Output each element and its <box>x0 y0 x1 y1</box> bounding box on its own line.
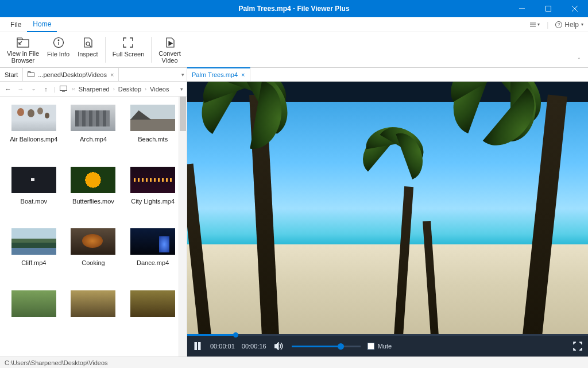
volume-slider[interactable] <box>292 346 361 347</box>
maximize-button[interactable] <box>535 0 562 17</box>
close-icon[interactable]: × <box>110 71 114 78</box>
up-button[interactable]: ↑ <box>41 85 51 94</box>
file-item[interactable]: Butterflies.mov <box>65 167 122 225</box>
file-name: Dance.mp4 <box>137 259 169 275</box>
ribbon-separator <box>105 37 106 63</box>
file-name: Air Balloons.mp4 <box>10 136 57 152</box>
thumbnail <box>11 290 56 317</box>
thumbnail <box>71 290 115 317</box>
inspect-button[interactable]: Inspect <box>74 34 101 65</box>
file-name: Beach.mts <box>138 136 168 152</box>
thumbnail <box>11 167 56 193</box>
file-name: Boat.mov <box>21 198 47 214</box>
file-item[interactable]: Arch.mp4 <box>65 105 122 163</box>
file-info-button[interactable]: File Info <box>44 34 73 65</box>
ribbon-separator <box>151 37 152 63</box>
thumbnail <box>11 228 56 255</box>
file-item[interactable] <box>65 290 122 349</box>
folder-icon <box>17 36 29 49</box>
scrollbar[interactable] <box>179 97 187 356</box>
file-name: City Lights.mp4 <box>131 198 175 214</box>
svg-marker-20 <box>274 342 278 350</box>
file-name: Cliff.mp4 <box>21 259 46 275</box>
dropdown-icon[interactable]: ▾ <box>180 86 183 92</box>
tab-browser[interactable]: ...pened\Desktop\Videos × <box>23 68 119 81</box>
info-icon <box>53 36 64 49</box>
svg-rect-15 <box>28 72 34 76</box>
inspect-icon <box>82 36 94 49</box>
thumbnail <box>71 105 115 131</box>
forward-button[interactable]: → <box>16 85 25 94</box>
video-viewer: 00:00:01 00:00:16 Mute <box>187 82 588 356</box>
close-icon[interactable]: × <box>241 71 245 78</box>
titlebar: Palm Trees.mp4 - File Viewer Plus <box>0 0 588 17</box>
convert-icon <box>164 36 176 49</box>
window-controls <box>509 0 588 17</box>
file-browser: ← → ⌄ ↑ | ‹‹ Sharpened › Desktop › Video… <box>0 82 187 356</box>
tab-video[interactable]: Palm Trees.mp4 × <box>187 67 250 81</box>
thumbnail <box>130 167 175 193</box>
settings-icon[interactable]: ▾ <box>529 21 540 28</box>
tab-dropdown-icon[interactable]: ▾ <box>181 72 184 78</box>
thumbnail <box>71 228 115 255</box>
dropdown-icon[interactable]: ⌄ <box>29 85 38 94</box>
svg-line-8 <box>19 41 22 44</box>
checkbox-icon <box>368 343 374 350</box>
volume-icon[interactable] <box>273 340 285 352</box>
close-button[interactable] <box>562 0 588 17</box>
thumbnail <box>130 228 175 255</box>
menu-file[interactable]: File <box>5 17 27 32</box>
player-controls: 00:00:01 00:00:16 Mute <box>187 336 588 356</box>
file-name: Butterflies.mov <box>72 198 114 214</box>
crumb-videos[interactable]: Videos <box>150 86 169 93</box>
menu-home[interactable]: Home <box>27 17 57 32</box>
menu-help[interactable]: ? Help ▾ <box>555 21 583 29</box>
file-item[interactable]: Beach.mts <box>125 105 181 163</box>
elapsed-time: 00:00:01 <box>210 343 235 350</box>
file-item[interactable]: Cliff.mp4 <box>6 228 62 287</box>
pause-button[interactable] <box>192 340 203 352</box>
file-name: Arch.mp4 <box>80 136 107 152</box>
fullscreen-icon <box>122 36 134 49</box>
player-fullscreen-button[interactable] <box>572 340 583 352</box>
progress-bar[interactable] <box>187 334 588 336</box>
svg-point-11 <box>58 40 59 41</box>
file-item[interactable]: Dance.mp4 <box>125 228 181 287</box>
file-item[interactable] <box>6 290 62 349</box>
total-time: 00:00:16 <box>242 343 266 350</box>
thumbnail <box>130 290 175 317</box>
file-item[interactable] <box>125 290 181 349</box>
status-bar: C:\Users\Sharpened\Desktop\Videos <box>0 356 588 368</box>
crumb-desktop[interactable]: Desktop <box>118 86 141 93</box>
tab-start[interactable]: Start <box>0 68 23 81</box>
svg-rect-16 <box>60 86 67 91</box>
file-item[interactable]: Boat.mov <box>6 167 62 225</box>
minimize-button[interactable] <box>509 0 535 17</box>
svg-rect-19 <box>199 342 201 350</box>
convert-video-button[interactable]: Convert Video <box>155 34 184 65</box>
main-area: ← → ⌄ ↑ | ‹‹ Sharpened › Desktop › Video… <box>0 82 588 356</box>
thumbnail <box>11 105 56 131</box>
window-title: Palm Trees.mp4 - File Viewer Plus <box>238 5 349 13</box>
file-item[interactable]: Air Balloons.mp4 <box>6 105 62 163</box>
file-grid: Air Balloons.mp4Arch.mp4Beach.mtsBoat.mo… <box>0 97 187 356</box>
svg-rect-1 <box>546 6 551 12</box>
ribbon-collapse-icon[interactable]: ˆ <box>578 57 585 65</box>
back-button[interactable]: ← <box>3 85 13 94</box>
view-in-browser-button[interactable]: View in File Browser <box>3 34 42 65</box>
svg-marker-14 <box>169 41 172 45</box>
svg-line-13 <box>89 45 91 47</box>
tabs-row: Start ...pened\Desktop\Videos × ▾ Palm T… <box>0 68 588 82</box>
full-screen-button[interactable]: Full Screen <box>109 34 148 65</box>
status-path: C:\Users\Sharpened\Desktop\Videos <box>5 359 108 366</box>
svg-rect-18 <box>195 342 197 350</box>
file-item[interactable]: City Lights.mp4 <box>125 167 181 225</box>
ribbon: View in File Browser File Info Inspect F… <box>0 32 588 68</box>
mute-checkbox[interactable]: Mute <box>368 343 392 350</box>
crumb-root[interactable]: Sharpened <box>79 86 110 93</box>
thumbnail <box>71 167 115 193</box>
video-canvas[interactable] <box>187 82 588 336</box>
file-item[interactable]: Cooking <box>65 228 122 287</box>
monitor-icon[interactable] <box>59 85 68 94</box>
folder-icon <box>28 71 34 78</box>
